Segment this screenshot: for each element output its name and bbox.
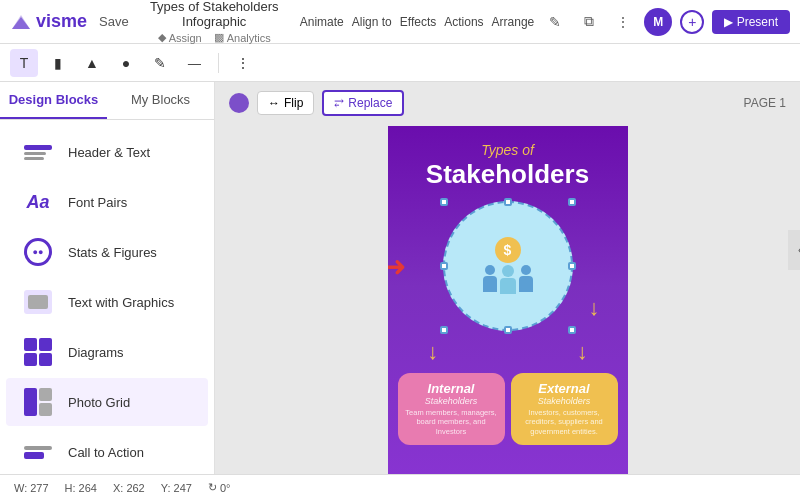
main-content: Design Blocks My Blocks Header & Text Aa — [0, 82, 800, 474]
document-sub-actions: ◆ Assign ▩ Analytics — [158, 31, 271, 44]
circle-group[interactable]: ➜ $ — [428, 201, 588, 331]
animate-button[interactable]: Animate — [300, 15, 344, 29]
header-text-label: Header & Text — [68, 145, 150, 160]
internal-desc: Team members, managers, board members, a… — [404, 408, 499, 437]
status-height: H: 264 — [65, 482, 97, 494]
card-internal: Internal Stakeholders Team members, mana… — [398, 373, 505, 445]
x-label: X: — [113, 482, 123, 494]
canvas-flip-replace: ↔ Flip ⥂ Replace — [229, 90, 404, 116]
more-options-icon[interactable]: ⋮ — [610, 9, 636, 35]
main-circle: $ — [443, 201, 573, 331]
status-y: Y: 247 — [161, 482, 192, 494]
pen-tool-icon[interactable]: ✎ — [542, 9, 568, 35]
text-tool-button[interactable]: T — [10, 49, 38, 77]
logo-text: visme — [36, 11, 87, 32]
down-arrows-row: ↓ ↓ — [398, 339, 618, 365]
topbar-right: Animate Align to Effects Actions Arrange… — [300, 8, 790, 36]
more-tools-button[interactable]: ⋮ — [229, 49, 257, 77]
panel-items-list: Header & Text Aa Font Pairs ●● Stats & F… — [0, 120, 214, 474]
avatar: M — [644, 8, 672, 36]
toolbar-secondary: T ▮ ▲ ● ✎ ⸻ ⋮ — [0, 44, 800, 82]
down-arrow-left: ↓ — [427, 339, 438, 365]
topbar: visme Save Types of Stakeholders Infogra… — [0, 0, 800, 44]
toolbar-separator — [218, 53, 219, 73]
card-external: External Stakeholders Investors, custome… — [511, 373, 618, 445]
rect-tool-button[interactable]: ▮ — [44, 49, 72, 77]
y-label: Y: — [161, 482, 171, 494]
w-value: 277 — [30, 482, 48, 494]
panel-item-photo-grid[interactable]: Photo Grid — [6, 378, 208, 426]
external-title: External — [517, 381, 612, 396]
triangle-tool-button[interactable]: ▲ — [78, 49, 106, 77]
panel-tabs: Design Blocks My Blocks — [0, 82, 214, 120]
external-subtitle: Stakeholders — [517, 396, 612, 406]
flip-button[interactable]: ↔ Flip — [257, 91, 314, 115]
coin-icon: $ — [495, 237, 521, 263]
analytics-link[interactable]: ▩ Analytics — [214, 31, 271, 44]
down-arrow-right: ↓ — [577, 339, 588, 365]
bottom-cards: Internal Stakeholders Team members, mana… — [398, 373, 618, 445]
actions-button[interactable]: Actions — [444, 15, 483, 29]
h-value: 264 — [79, 482, 97, 494]
tab-my-blocks[interactable]: My Blocks — [107, 82, 214, 119]
present-button[interactable]: ▶ Present — [712, 10, 790, 34]
internal-subtitle: Stakeholders — [404, 396, 499, 406]
panel-item-font-pairs[interactable]: Aa Font Pairs — [6, 178, 208, 226]
font-pairs-icon: Aa — [20, 188, 56, 216]
photo-grid-label: Photo Grid — [68, 395, 130, 410]
replace-icon: ⥂ — [334, 96, 344, 110]
pen-draw-button[interactable]: ✎ — [146, 49, 174, 77]
replace-button[interactable]: ⥂ Replace — [322, 90, 404, 116]
yellow-right-arrow: ↓ — [589, 295, 600, 321]
circle-tool-button[interactable]: ● — [112, 49, 140, 77]
panel-item-text-graphics[interactable]: Text with Graphics — [6, 278, 208, 326]
diagrams-icon — [20, 338, 56, 366]
red-arrow-icon: ➜ — [388, 249, 406, 282]
panel-item-call-to-action[interactable]: Call to Action — [6, 428, 208, 474]
angle-value: 0° — [220, 482, 231, 494]
assign-icon: ◆ — [158, 31, 166, 44]
x-value: 262 — [126, 482, 144, 494]
panel-item-stats[interactable]: ●● Stats & Figures — [6, 228, 208, 276]
copy-icon[interactable]: ⧉ — [576, 9, 602, 35]
status-bar: W: 277 H: 264 X: 262 Y: 247 ↻ 0° — [0, 474, 800, 500]
text-graphics-icon — [20, 288, 56, 316]
analytics-icon: ▩ — [214, 31, 224, 44]
diagrams-label: Diagrams — [68, 345, 124, 360]
header-text-icon — [20, 138, 56, 166]
left-panel: Design Blocks My Blocks Header & Text Aa — [0, 82, 215, 474]
circle-inner: $ — [483, 237, 533, 294]
canvas-workspace[interactable]: Types of Stakeholders ➜ — [248, 126, 768, 474]
alignto-button[interactable]: Align to — [352, 15, 392, 29]
add-collaborator-button[interactable]: + — [680, 10, 704, 34]
infographic-title-large: Stakeholders — [426, 160, 589, 189]
svg-marker-1 — [12, 17, 30, 29]
panel-item-header-text[interactable]: Header & Text — [6, 128, 208, 176]
external-desc: Investors, customers, creditors, supplie… — [517, 408, 612, 437]
infographic: Types of Stakeholders ➜ — [388, 126, 628, 474]
tab-design-blocks[interactable]: Design Blocks — [0, 82, 107, 119]
status-x: X: 262 — [113, 482, 145, 494]
y-value: 247 — [174, 482, 192, 494]
document-title: Types of Stakeholders Infographic — [141, 0, 288, 29]
photo-grid-icon — [20, 388, 56, 416]
status-angle: ↻ 0° — [208, 481, 231, 494]
cta-icon — [20, 438, 56, 466]
page-indicator: PAGE 1 — [744, 96, 786, 110]
angle-icon: ↻ — [208, 481, 217, 494]
effects-button[interactable]: Effects — [400, 15, 436, 29]
h-label: H: — [65, 482, 76, 494]
save-button[interactable]: Save — [99, 14, 129, 29]
cta-label: Call to Action — [68, 445, 144, 460]
w-label: W: — [14, 482, 27, 494]
panel-item-diagrams[interactable]: Diagrams — [6, 328, 208, 376]
arrange-button[interactable]: Arrange — [492, 15, 535, 29]
line-tool-button[interactable]: ⸻ — [180, 49, 208, 77]
color-dot[interactable] — [229, 93, 249, 113]
canvas-area: ↔ Flip ⥂ Replace PAGE 1 Types of Stakeho… — [215, 82, 800, 474]
text-graphics-label: Text with Graphics — [68, 295, 174, 310]
assign-link[interactable]: ◆ Assign — [158, 31, 202, 44]
infographic-title-small: Types of — [481, 142, 534, 158]
flip-icon: ↔ — [268, 96, 280, 110]
stats-label: Stats & Figures — [68, 245, 157, 260]
